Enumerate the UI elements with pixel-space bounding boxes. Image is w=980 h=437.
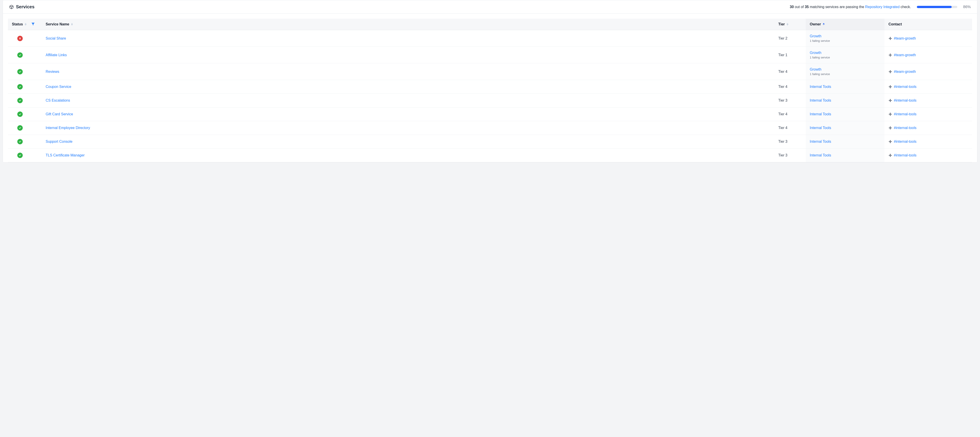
col-status-header[interactable]: Status bbox=[8, 19, 41, 30]
status-pass-icon bbox=[18, 153, 23, 158]
service-link[interactable]: Reviews bbox=[46, 70, 59, 73]
services-table: Status bbox=[8, 19, 972, 162]
contact-link[interactable]: #internal-tools bbox=[894, 140, 916, 144]
service-link[interactable]: CS Escalations bbox=[46, 99, 70, 102]
panel-header: Services 30 out of 35 matching services … bbox=[3, 0, 977, 14]
sort-icon bbox=[25, 23, 27, 25]
service-link[interactable]: Internal Employee Directory bbox=[46, 126, 90, 130]
svg-rect-40 bbox=[890, 154, 891, 155]
owner-link[interactable]: Internal Tools bbox=[810, 85, 831, 89]
svg-rect-42 bbox=[889, 155, 890, 156]
page-title: Services bbox=[16, 4, 34, 10]
owner-subtext: 1 failing service bbox=[810, 72, 880, 76]
svg-rect-32 bbox=[890, 126, 891, 128]
slack-icon bbox=[888, 154, 892, 157]
status-pass-icon bbox=[18, 69, 23, 75]
status-pass-icon bbox=[18, 139, 23, 144]
sort-icon bbox=[71, 23, 73, 25]
slack-icon bbox=[888, 53, 892, 57]
summary-passing: 30 bbox=[790, 5, 794, 9]
progress-percent: 86% bbox=[963, 5, 971, 9]
col-tier-header[interactable]: Tier bbox=[774, 19, 806, 30]
table-row: Affiliate LinksTier 1Growth1 failing ser… bbox=[8, 47, 972, 64]
svg-rect-29 bbox=[890, 114, 891, 116]
service-link[interactable]: TLS Certificate Manager bbox=[46, 153, 84, 157]
table-row: Support ConsoleTier 3Internal Tools #int… bbox=[8, 135, 972, 149]
owner-link[interactable]: Internal Tools bbox=[810, 112, 831, 116]
svg-rect-19 bbox=[891, 71, 892, 72]
svg-rect-12 bbox=[890, 54, 891, 55]
service-link[interactable]: Affiliate Links bbox=[46, 53, 67, 57]
service-link[interactable]: Coupon Service bbox=[46, 85, 71, 89]
svg-rect-26 bbox=[889, 100, 890, 101]
table-row: ReviewsTier 4Growth1 failing service #te… bbox=[8, 64, 972, 80]
svg-rect-10 bbox=[889, 38, 890, 39]
slack-icon bbox=[888, 113, 892, 116]
contact-link[interactable]: #internal-tools bbox=[894, 126, 916, 130]
svg-rect-22 bbox=[889, 87, 890, 87]
svg-rect-33 bbox=[890, 128, 891, 129]
filter-icon[interactable] bbox=[32, 22, 35, 26]
owner-link[interactable]: Internal Tools bbox=[810, 140, 831, 143]
check-link[interactable]: Repository Integrated bbox=[865, 5, 899, 9]
contact-link[interactable]: #internal-tools bbox=[894, 153, 916, 157]
contact-link[interactable]: #team-growth bbox=[894, 37, 916, 40]
sort-icon bbox=[787, 23, 788, 25]
owner-link[interactable]: Growth bbox=[810, 67, 821, 71]
col-name-header[interactable]: Service Name bbox=[41, 19, 774, 30]
svg-marker-1 bbox=[25, 24, 27, 25]
svg-rect-17 bbox=[890, 72, 891, 73]
svg-rect-27 bbox=[891, 100, 892, 101]
status-pass-icon bbox=[18, 98, 23, 103]
owner-link[interactable]: Growth bbox=[810, 51, 821, 55]
owner-link[interactable]: Internal Tools bbox=[810, 153, 831, 157]
tier-cell: Tier 3 bbox=[774, 135, 806, 149]
contact-link[interactable]: #team-growth bbox=[894, 53, 916, 57]
cube-icon bbox=[9, 5, 14, 9]
owner-link[interactable]: Internal Tools bbox=[810, 99, 831, 102]
svg-rect-13 bbox=[890, 55, 891, 56]
owner-link[interactable]: Internal Tools bbox=[810, 126, 831, 130]
sort-icon-active bbox=[823, 23, 825, 25]
svg-rect-8 bbox=[890, 37, 891, 38]
owner-link[interactable]: Growth bbox=[810, 34, 821, 38]
svg-rect-25 bbox=[890, 101, 891, 102]
contact-link[interactable]: #internal-tools bbox=[894, 99, 916, 103]
service-link[interactable]: Support Console bbox=[46, 140, 72, 143]
contact-link[interactable]: #team-growth bbox=[894, 70, 916, 74]
col-owner-header[interactable]: Owner bbox=[806, 19, 885, 30]
status-fail-icon bbox=[18, 36, 23, 41]
status-pass-icon bbox=[18, 125, 23, 130]
svg-rect-43 bbox=[891, 155, 892, 156]
tier-cell: Tier 1 bbox=[774, 47, 806, 64]
slack-icon bbox=[888, 99, 892, 102]
slack-icon bbox=[888, 85, 892, 89]
tier-cell: Tier 4 bbox=[774, 80, 806, 94]
status-pass-icon bbox=[18, 84, 23, 89]
svg-rect-28 bbox=[890, 113, 891, 114]
table-row: TLS Certificate ManagerTier 3Internal To… bbox=[8, 149, 972, 162]
svg-rect-30 bbox=[889, 114, 890, 114]
svg-rect-24 bbox=[890, 99, 891, 100]
svg-rect-39 bbox=[891, 141, 892, 142]
svg-rect-9 bbox=[890, 38, 891, 40]
svg-marker-7 bbox=[823, 24, 825, 25]
svg-rect-41 bbox=[890, 156, 891, 157]
svg-marker-3 bbox=[71, 24, 73, 25]
contact-link[interactable]: #internal-tools bbox=[894, 112, 916, 116]
service-link[interactable]: Social Share bbox=[46, 37, 66, 40]
table-row: Internal Employee DirectoryTier 4Interna… bbox=[8, 121, 972, 135]
svg-rect-23 bbox=[891, 87, 892, 87]
svg-rect-35 bbox=[891, 128, 892, 128]
tier-cell: Tier 3 bbox=[774, 94, 806, 108]
svg-rect-37 bbox=[890, 142, 891, 143]
contact-link[interactable]: #internal-tools bbox=[894, 85, 916, 89]
service-link[interactable]: Gift Card Service bbox=[46, 112, 73, 116]
status-pass-icon bbox=[18, 52, 23, 58]
status-pass-icon bbox=[18, 111, 23, 117]
slack-icon bbox=[888, 70, 892, 73]
svg-rect-18 bbox=[889, 71, 890, 72]
col-contact-header[interactable]: Contact bbox=[885, 19, 972, 30]
svg-rect-31 bbox=[891, 114, 892, 114]
tier-cell: Tier 3 bbox=[774, 149, 806, 162]
